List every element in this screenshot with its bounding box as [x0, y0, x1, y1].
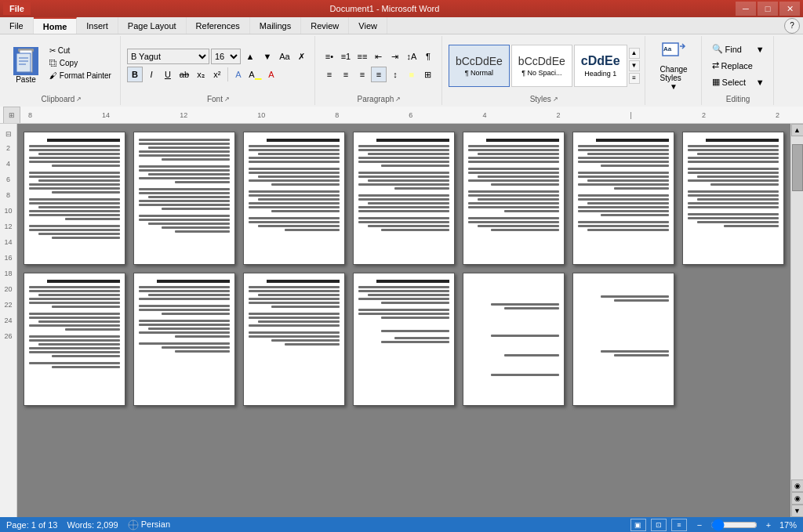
page-1[interactable]: [24, 132, 125, 265]
next-page-button[interactable]: ◉: [791, 492, 804, 505]
show-marks-button[interactable]: ¶: [420, 49, 436, 64]
copy-button[interactable]: ⿻ Copy: [45, 57, 115, 69]
justify-button[interactable]: ≡: [371, 67, 387, 82]
page-6[interactable]: [572, 132, 674, 265]
styles-expand-icon[interactable]: ↗: [553, 96, 558, 103]
tab-mailings[interactable]: Mailings: [250, 17, 301, 34]
styles-scroll-down[interactable]: ▼: [629, 60, 640, 71]
minimize-button[interactable]: ─: [736, 2, 756, 16]
page-2[interactable]: [133, 132, 235, 265]
cut-button[interactable]: ✂ Cut: [45, 45, 115, 56]
borders-button[interactable]: ⊞: [420, 67, 436, 82]
ruler-main: 8 14 12 10 8 6 4 2 | 2 2: [20, 107, 787, 123]
superscript-button[interactable]: x²: [209, 67, 225, 82]
italic-button[interactable]: I: [144, 67, 159, 82]
decrease-font-button[interactable]: ▼: [260, 49, 275, 64]
replace-button[interactable]: ⇄ Replace: [708, 58, 768, 73]
paste-button[interactable]: Paste: [8, 45, 44, 86]
sort-button[interactable]: ↕A: [404, 49, 420, 64]
increase-indent-button[interactable]: ⇥: [387, 49, 403, 64]
multilevel-list-button[interactable]: ≡≡: [354, 49, 370, 64]
maximize-button[interactable]: □: [758, 2, 778, 16]
font-expand-icon[interactable]: ↗: [224, 96, 230, 103]
style-nospace-label: ¶ No Spaci...: [521, 69, 561, 77]
subscript-button[interactable]: x₂: [193, 67, 209, 82]
font-color-button[interactable]: A: [263, 67, 279, 82]
scroll-thumb[interactable]: [792, 144, 803, 191]
tab-page-layout[interactable]: Page Layout: [118, 17, 187, 34]
align-center-button[interactable]: ≡: [338, 67, 354, 82]
full-screen-button[interactable]: ⊡: [651, 519, 667, 531]
format-row: B I U ab x₂ x² A A▁ A: [127, 67, 279, 82]
svg-rect-2: [16, 53, 31, 72]
page-5[interactable]: [463, 132, 565, 265]
file-tab-title[interactable]: File: [3, 2, 31, 15]
change-case-button[interactable]: Aa: [277, 49, 292, 64]
page-3[interactable]: [243, 132, 345, 265]
clear-formatting-button[interactable]: ✗: [294, 49, 310, 64]
numbering-button[interactable]: ≡1: [338, 49, 354, 64]
text-highlight-button[interactable]: A▁: [247, 67, 263, 82]
document-view[interactable]: [17, 124, 790, 517]
ruler-corner[interactable]: ⊞: [3, 107, 20, 124]
strikethrough-button[interactable]: ab: [176, 67, 192, 82]
font-name-select[interactable]: B Yagut: [127, 49, 209, 64]
scroll-up-button[interactable]: ▲: [791, 124, 804, 136]
clipboard-expand-icon[interactable]: ↗: [76, 96, 82, 103]
close-button[interactable]: ✕: [779, 2, 800, 16]
tab-insert[interactable]: Insert: [77, 17, 118, 34]
pages-grid: [25, 132, 783, 406]
align-right-button[interactable]: ≡: [354, 67, 370, 82]
print-layout-button[interactable]: ▣: [630, 519, 646, 531]
find-button[interactable]: 🔍 Find ▼: [708, 42, 768, 56]
increase-font-button[interactable]: ▲: [242, 49, 258, 64]
style-nospace-button[interactable]: bCcDdEe ¶ No Spaci...: [511, 45, 572, 87]
page-7[interactable]: [682, 132, 784, 265]
zoom-out-button[interactable]: −: [692, 517, 707, 532]
scroll-down-button[interactable]: ▼: [791, 505, 804, 517]
help-button[interactable]: ?: [784, 18, 800, 34]
style-heading1-label: Heading 1: [584, 70, 616, 78]
bullets-button[interactable]: ≡•: [322, 49, 337, 64]
align-left-button[interactable]: ≡: [322, 67, 337, 82]
shading-button[interactable]: ■: [404, 67, 420, 82]
page-9[interactable]: [133, 273, 235, 406]
font-size-select[interactable]: 16: [211, 49, 241, 64]
style-normal-button[interactable]: bCcDdEe ¶ Normal: [449, 45, 510, 87]
replace-icon: ⇄: [712, 60, 719, 71]
tab-home[interactable]: Home: [34, 17, 78, 34]
tab-file[interactable]: File: [0, 17, 34, 34]
change-styles-button[interactable]: Aa ChangeStyles ▼: [656, 38, 692, 93]
page-13[interactable]: [572, 273, 674, 406]
prev-page-button[interactable]: ◉: [791, 480, 804, 492]
select-button[interactable]: ▦ Select ▼: [708, 74, 768, 89]
tab-review[interactable]: Review: [301, 17, 349, 34]
zoom-slider[interactable]: [710, 522, 758, 528]
decrease-indent-button[interactable]: ⇤: [371, 49, 387, 64]
scissors-icon: ✂: [49, 46, 56, 55]
zoom-in-button[interactable]: +: [761, 517, 776, 532]
font-selector-row: B Yagut 16 ▲ ▼ Aa ✗: [127, 49, 310, 64]
page-12[interactable]: [463, 273, 565, 406]
bold-button[interactable]: B: [127, 67, 143, 82]
scroll-track[interactable]: [791, 136, 804, 480]
page-4[interactable]: [353, 132, 455, 265]
format-painter-button[interactable]: 🖌 Format Painter: [45, 70, 115, 81]
paragraph-expand-icon[interactable]: ↗: [395, 96, 401, 103]
underline-button[interactable]: U: [160, 67, 176, 82]
line-spacing-button[interactable]: ↕: [387, 67, 403, 82]
language-indicator[interactable]: Persian: [128, 519, 170, 530]
tab-view[interactable]: View: [349, 17, 387, 34]
page-11[interactable]: [353, 273, 455, 406]
tab-references[interactable]: References: [187, 17, 250, 34]
vertical-ruler: ⊟ 2 4 6 8 10 12 14 16 18 20 22 24 26: [0, 124, 17, 517]
page-8[interactable]: [24, 273, 125, 406]
style-heading1-button[interactable]: cDdEe Heading 1: [574, 45, 627, 87]
styles-expand[interactable]: ≡: [629, 73, 640, 84]
font-content: B Yagut 16 ▲ ▼ Aa ✗ B I U ab x₂ x² A A▁: [127, 38, 310, 93]
styles-scroll-up[interactable]: ▲: [629, 48, 640, 59]
page-10[interactable]: [243, 273, 345, 406]
scroll-corner-buttons: ◉ ◉: [791, 480, 804, 505]
web-layout-button[interactable]: ≡: [671, 519, 687, 531]
text-effects-button[interactable]: A: [231, 67, 246, 82]
